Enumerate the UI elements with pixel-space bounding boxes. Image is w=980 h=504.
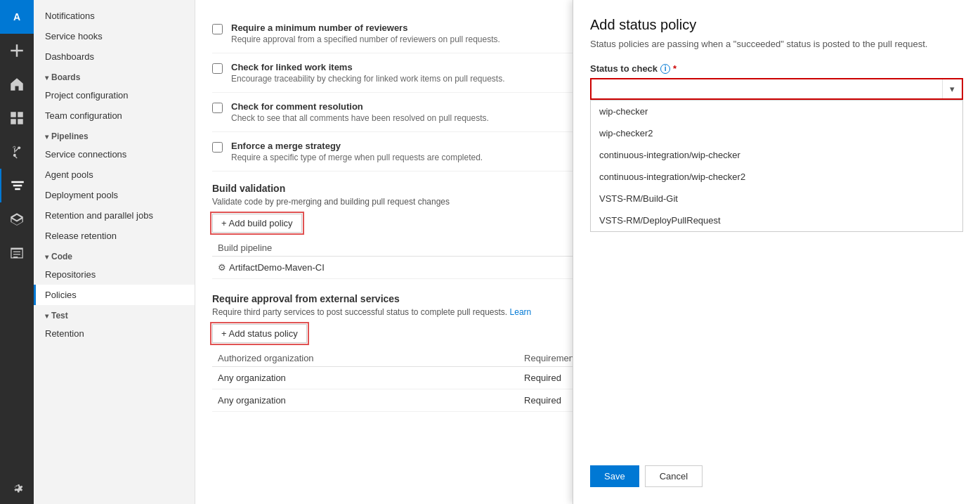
pipeline-cell: ⚙ArtifactDemo-Maven-CI — [212, 257, 595, 279]
svg-rect-0 — [11, 112, 16, 117]
list-item[interactable]: wip-checker — [591, 101, 962, 122]
policy-checkbox[interactable] — [212, 63, 223, 74]
settings-icon[interactable] — [0, 470, 34, 504]
section-code: ▾ Code — [34, 246, 195, 264]
policy-title: Check for linked work items — [231, 62, 505, 72]
save-button[interactable]: Save — [590, 465, 639, 487]
status-check-input[interactable] — [592, 79, 942, 98]
cancel-button[interactable]: Cancel — [645, 465, 703, 487]
learn-link[interactable]: Learn — [510, 307, 532, 317]
add-status-policy-panel: Add status policy Status policies are pa… — [573, 0, 980, 504]
info-icon[interactable]: i — [660, 64, 670, 74]
add-icon[interactable] — [0, 34, 34, 67]
sidebar-item-notifications[interactable]: Notifications — [34, 6, 195, 26]
panel-title: Add status policy — [590, 17, 963, 33]
boards-icon[interactable] — [0, 101, 34, 135]
status-check-label: Status to check i * — [590, 63, 963, 74]
col-org: Authorized organization — [212, 350, 518, 367]
status-dropdown-list: wip-checkerwip-checker2continuous-integr… — [590, 100, 963, 232]
test-chevron-icon: ▾ — [45, 312, 48, 320]
svg-rect-3 — [18, 119, 23, 124]
sidebar-item-test-retention[interactable]: Retention — [34, 323, 195, 344]
svg-rect-1 — [18, 112, 23, 117]
policy-desc: Require a specific type of merge when pu… — [231, 153, 483, 162]
list-item[interactable]: VSTS-RM/DeployPullRequest — [591, 209, 962, 231]
dropdown-chevron-icon[interactable]: ▾ — [942, 79, 962, 98]
sidebar-item-team-config[interactable]: Team configuration — [34, 105, 195, 126]
policy-desc: Require approval from a specified number… — [231, 34, 500, 44]
pipelines-chevron-icon: ▾ — [45, 133, 48, 141]
user-avatar[interactable]: A — [0, 0, 34, 34]
policy-desc: Encourage traceability by checking for l… — [231, 74, 505, 84]
artifacts-icon[interactable] — [0, 202, 34, 236]
policy-desc: Check to see that all comments have been… — [231, 113, 489, 123]
sidebar-item-service-hooks[interactable]: Service hooks — [34, 26, 195, 46]
add-status-policy-button[interactable]: + Add status policy — [212, 324, 307, 343]
col-pipeline: Build pipeline — [212, 240, 595, 257]
org-cell: Any organization — [212, 389, 518, 412]
list-item[interactable]: continuous-integration/wip-checker2 — [591, 166, 962, 188]
sidebar-item-repositories[interactable]: Repositories — [34, 264, 195, 285]
section-test: ▾ Test — [34, 305, 195, 323]
list-item[interactable]: wip-checker2 — [591, 122, 962, 144]
section-pipelines: ▾ Pipelines — [34, 126, 195, 144]
sidebar-item-release-retention[interactable]: Release retention — [34, 226, 195, 246]
sidebar-item-policies[interactable]: Policies — [34, 285, 195, 305]
repos-icon[interactable] — [0, 135, 34, 169]
policy-checkbox[interactable] — [212, 103, 223, 113]
status-check-select[interactable]: ▾ — [590, 78, 963, 100]
org-cell: Any organization — [212, 367, 518, 389]
boards-chevron-icon: ▾ — [45, 74, 48, 82]
panel-footer: Save Cancel — [590, 451, 963, 487]
sidebar-item-project-config[interactable]: Project configuration — [34, 85, 195, 105]
pipelines-icon[interactable] — [0, 169, 34, 202]
required-marker: * — [673, 63, 677, 74]
testplans-icon[interactable] — [0, 236, 34, 270]
section-boards: ▾ Boards — [34, 67, 195, 85]
panel-desc: Status policies are passing when a "succ… — [590, 39, 963, 49]
sidebar-item-service-connections[interactable]: Service connections — [34, 144, 195, 164]
policy-title: Enforce a merge strategy — [231, 141, 483, 151]
sidebar-item-dashboards[interactable]: Dashboards — [34, 46, 195, 67]
sidebar-item-agent-pools[interactable]: Agent pools — [34, 164, 195, 185]
sidebar: Notifications Service hooks Dashboards ▾… — [34, 0, 195, 504]
home-icon[interactable] — [0, 67, 34, 101]
sidebar-item-retention[interactable]: Retention and parallel jobs — [34, 205, 195, 226]
policy-title: Check for comment resolution — [231, 101, 489, 112]
policy-title: Require a minimum number of reviewers — [231, 22, 500, 33]
svg-rect-2 — [11, 119, 16, 124]
list-item[interactable]: continuous-integration/wip-checker — [591, 144, 962, 166]
policy-checkbox[interactable] — [212, 142, 223, 153]
list-item[interactable]: VSTS-RM/Build-Git — [591, 188, 962, 209]
code-chevron-icon: ▾ — [45, 253, 48, 261]
policy-checkbox[interactable] — [212, 24, 223, 34]
icon-bar: A — [0, 0, 34, 504]
sidebar-item-deployment-pools[interactable]: Deployment pools — [34, 185, 195, 205]
add-build-policy-button[interactable]: + Add build policy — [212, 214, 302, 233]
